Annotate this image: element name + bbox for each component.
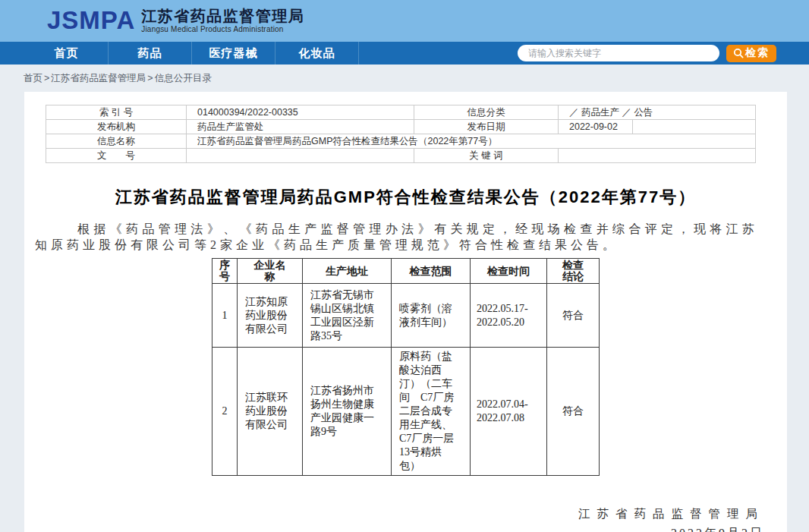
cell-conclusion: 符合 [547,284,600,348]
document-meta-table: 索 引 号 014000394/2022-00335 信息分类 ／ 药品生产 ／… [46,105,756,163]
cell-conclusion: 符合 [547,348,600,476]
signature-block: 江苏省药品监督管理局 2022年9月2日 [24,506,764,532]
col-header-no: 序 号 [212,259,238,284]
nav-tab-cosmetics[interactable]: 化妆品 [275,42,359,65]
cell-company: 江苏知原药业股份有限公司 [238,284,303,348]
meta-value-name: 江苏省药品监督管理局药品GMP符合性检查结果公告（2022年第77号） [187,134,756,149]
meta-value-date-extra [633,120,756,134]
meta-label-category: 信息分类 [414,105,559,120]
meta-value-keywords [559,149,756,163]
table-row: 2 江苏联环药业股份有限公司 江苏省扬州市扬州生物健康产业园健康一路9号 原料药… [212,348,600,476]
cell-scope: 原料药（盐酸达泊西汀）（二车间 C7厂房二层合成专用生产线、C7厂房一层13号精… [392,348,471,476]
site-banner: JSMPA 江苏省药品监督管理局 Jiangsu Medical Product… [0,0,809,42]
nav-tab-medical-devices[interactable]: 医疗器械 [192,42,275,65]
search-input[interactable] [518,45,719,61]
meta-row-index-category: 索 引 号 014000394/2022-00335 信息分类 ／ 药品生产 ／… [46,105,756,120]
col-header-time: 检查时间 [471,259,547,284]
content-card: 索 引 号 014000394/2022-00335 信息分类 ／ 药品生产 ／… [24,92,787,532]
breadcrumb-separator: > [147,73,153,83]
search-button-label: 检索 [745,46,770,60]
table-row: 1 江苏知原药业股份有限公司 江苏省无锡市锡山区锡北镇工业园区泾新路35号 喷雾… [212,284,600,348]
main-nav: 首页 药品 医疗器械 化妆品 检索 [0,42,809,65]
meta-value-docno [187,149,414,163]
nav-tab-drugs[interactable]: 药品 [109,42,192,65]
meta-label-name: 信息名称 [46,134,187,149]
meta-row-name: 信息名称 江苏省药品监督管理局药品GMP符合性检查结果公告（2022年第77号） [46,134,756,149]
col-header-company: 企业名 称 [238,259,303,284]
col-header-address: 生产地址 [303,259,392,284]
breadcrumb: 首页>江苏省药品监督管理局>信息公开目录 [0,65,809,92]
announcement-paragraph: 根据《药品管理法》、《药品生产监督管理办法》有关规定，经现场检查并综合评定，现将… [35,221,758,253]
page-title: 江苏省药品监督管理局药品GMP符合性检查结果公告（2022年第77号） [24,186,787,209]
meta-value-date: 2022-09-02 [559,120,633,134]
cell-address: 江苏省扬州市扬州生物健康产业园健康一路9号 [303,348,392,476]
signature-org: 江苏省药品监督管理局 [24,506,764,522]
col-header-scope: 检查范围 [392,259,471,284]
search-icon [733,48,744,58]
breadcrumb-current: 信息公开目录 [155,73,212,83]
meta-value-index: 014000394/2022-00335 [187,105,414,120]
logo-acronym: JSMPA [47,6,135,35]
meta-row-agency-date: 发布机构 药品生产监管处 发布日期 2022-09-02 [46,120,756,134]
breadcrumb-org[interactable]: 江苏省药品监督管理局 [51,73,146,83]
inspection-results-table: 序 号 企业名 称 生产地址 检查范围 检查时间 检查 结论 1 江苏知原药业股… [212,258,600,476]
col-header-conclusion: 检查 结论 [547,259,600,284]
results-header-row: 序 号 企业名 称 生产地址 检查范围 检查时间 检查 结论 [212,259,600,284]
cell-no: 2 [212,348,238,476]
cell-time: 2022.07.04- 2022.07.08 [471,348,547,476]
cell-address: 江苏省无锡市锡山区锡北镇工业园区泾新路35号 [303,284,392,348]
meta-label-keywords: 关 键 词 [414,149,559,163]
meta-value-agency: 药品生产监管处 [187,120,414,134]
site-logo[interactable]: JSMPA 江苏省药品监督管理局 Jiangsu Medical Product… [47,6,304,35]
nav-tabs: 首页 药品 医疗器械 化妆品 [25,42,359,65]
signature-date: 2022年9月2日 [24,526,764,532]
meta-value-category: ／ 药品生产 ／ 公告 [559,105,756,120]
meta-label-agency: 发布机构 [46,120,187,134]
breadcrumb-home[interactable]: 首页 [24,73,42,83]
search-bar: 检索 [518,45,776,62]
org-name-cn: 江苏省药品监督管理局 [141,8,304,25]
cell-company: 江苏联环药业股份有限公司 [238,348,303,476]
meta-label-index: 索 引 号 [46,105,187,120]
org-name-en: Jiangsu Medical Products Administration [141,25,304,34]
cell-time: 2022.05.17- 2022.05.20 [471,284,547,348]
nav-tab-home[interactable]: 首页 [25,42,109,65]
logo-names: 江苏省药品监督管理局 Jiangsu Medical Products Admi… [141,8,304,34]
cell-no: 1 [212,284,238,348]
cell-scope: 喷雾剂（溶液剂车间） [392,284,471,348]
breadcrumb-separator: > [44,73,49,83]
search-button[interactable]: 检索 [726,45,776,62]
meta-label-docno: 文 号 [46,149,187,163]
meta-row-docno-keywords: 文 号 关 键 词 [46,149,756,163]
meta-label-date: 发布日期 [414,120,559,134]
